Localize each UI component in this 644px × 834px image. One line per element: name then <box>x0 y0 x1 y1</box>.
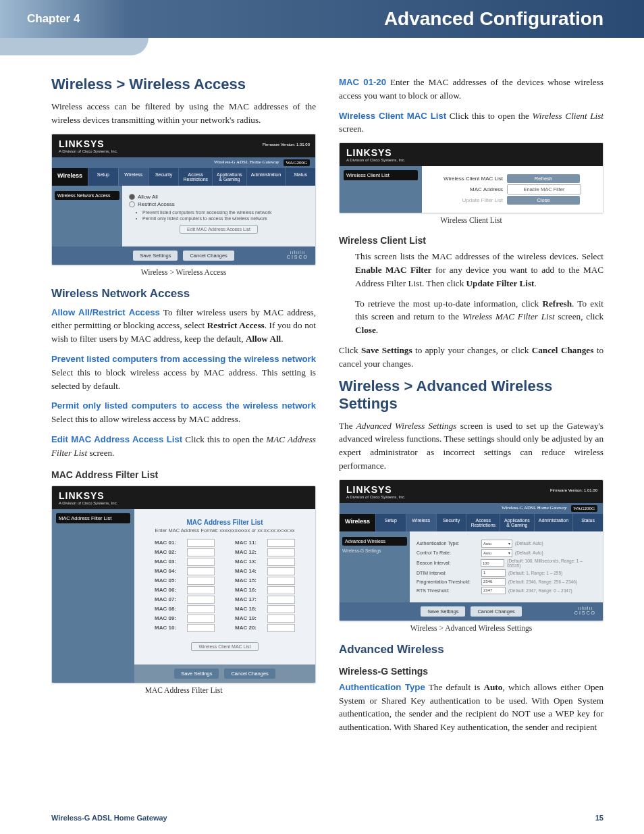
mac-field[interactable]: MAC 19: <box>235 615 295 623</box>
cancel-changes-button[interactable]: Cancel Changes <box>183 251 234 261</box>
save-settings-button[interactable]: Save Settings <box>133 251 178 261</box>
radio-allow-all[interactable]: Allow All <box>129 194 308 200</box>
cancel-changes-button[interactable]: Cancel Changes <box>224 669 275 679</box>
tab-security[interactable]: Security <box>436 514 466 531</box>
subheading-wireless-client-list: Wireless Client List <box>339 235 603 246</box>
text-input[interactable]: 2347 <box>481 587 506 594</box>
mac-field[interactable]: MAC 12: <box>235 548 295 556</box>
linksys-header: LINKSYSA Division of Cisco Systems, Inc. <box>340 143 603 166</box>
setting-row: Beacon Interval:100(Default: 100, Millis… <box>417 558 596 568</box>
para-allow-restrict: Allow All/Restrict Access To filter wire… <box>51 306 316 346</box>
mac-field[interactable]: MAC 17: <box>235 596 295 604</box>
tab-security[interactable]: Security <box>149 168 179 186</box>
para-save-cancel: Click Save Settings to apply your change… <box>339 344 603 371</box>
product-strip: Wireless-G ADSL Home Gateway WAG200G <box>340 503 603 514</box>
tab-wireless[interactable]: Wireless <box>406 514 436 531</box>
tab-wireless[interactable]: Wireless <box>118 168 149 186</box>
page-header: Chapter 4 Advanced Configuration <box>0 0 644 38</box>
mac-field[interactable]: MAC 06: <box>155 586 215 594</box>
mac-field[interactable]: MAC 18: <box>235 605 295 613</box>
subheading-advanced-wireless: Advanced Wireless <box>339 643 603 656</box>
right-column: MAC 01-20 Enter the MAC addresses of the… <box>339 76 603 741</box>
mac-field[interactable]: MAC 03: <box>155 558 215 566</box>
tab-administration[interactable]: Administration <box>534 514 572 531</box>
subheading-mac-filter-list: MAC Address Filter List <box>51 469 316 480</box>
linksys-header: LINKSYSA Division of Cisco Systems, Inc.… <box>340 480 603 503</box>
para-auth-type: Authentication Type The default is Auto,… <box>339 681 603 734</box>
tab-administration[interactable]: Administration <box>246 168 285 186</box>
side-nav-item[interactable]: Advanced Wireless <box>342 537 407 546</box>
section-heading-advanced-wireless: Wireless > Advanced Wireless Settings <box>339 377 603 413</box>
setting-row: DTIM Interval:1(Default: 1, Range: 1 – 2… <box>417 569 596 577</box>
mac-field[interactable]: MAC 15: <box>235 577 295 585</box>
tab-setup[interactable]: Setup <box>375 514 406 531</box>
text-input[interactable]: 100 <box>481 559 505 567</box>
mac-field[interactable]: MAC 10: <box>155 624 215 632</box>
mac-field[interactable]: MAC 16: <box>235 586 295 594</box>
text-input[interactable]: 1 <box>481 569 506 577</box>
para-client-list-1: This screen lists the MAC addresses of t… <box>355 250 603 290</box>
tab-apps-gaming[interactable]: Applications & Gaming <box>212 168 246 186</box>
select-input[interactable]: Auto▾ <box>481 549 512 557</box>
mac-field[interactable]: MAC 20: <box>235 624 295 632</box>
figure-wireless-access: LINKSYSA Division of Cisco Systems, Inc.… <box>51 134 316 265</box>
linksys-header: LINKSYSA Division of Cisco Systems, Inc.… <box>52 134 315 157</box>
wireless-client-mac-list-button[interactable]: Wireless Client MAC List <box>191 642 258 651</box>
text-input[interactable]: 2346 <box>481 578 506 585</box>
chapter-title: Advanced Configuration <box>384 8 603 30</box>
para-client-list-2: To retrieve the most up-to-date informat… <box>355 297 603 337</box>
enable-mac-filter-button[interactable]: Enable MAC Filter <box>507 184 581 194</box>
figure-wireless-client-list: LINKSYSA Division of Cisco Systems, Inc.… <box>339 142 603 213</box>
side-nav-item[interactable]: Wireless Network Access <box>55 191 119 200</box>
para-wireless-client-mac-list: Wireless Client MAC List Click this to o… <box>339 109 603 136</box>
select-input[interactable]: Auto▾ <box>481 540 512 548</box>
mac-field[interactable]: MAC 02: <box>155 548 215 556</box>
main-nav: Wireless Setup Wireless Security Access … <box>52 168 315 186</box>
edit-mac-list-button[interactable]: Edit MAC Address Access List <box>180 225 258 234</box>
mac-field[interactable]: MAC 09: <box>155 615 215 623</box>
mac-field[interactable]: MAC 08: <box>155 605 215 613</box>
nav-section-label: Wireless <box>340 514 375 531</box>
figure-mac-filter-list: LINKSYSA Division of Cisco Systems, Inc.… <box>51 486 316 683</box>
tab-access-restrictions[interactable]: Access Restrictions <box>178 168 212 186</box>
page-number: 15 <box>595 814 603 822</box>
close-button[interactable]: Close <box>507 196 580 205</box>
para-prevent-listed: Prevent listed computers from accessing … <box>51 353 316 392</box>
tab-status[interactable]: Status <box>285 168 315 186</box>
figure-caption: Wireless > Advanced Wireless Settings <box>339 624 603 632</box>
left-column: Wireless > Wireless Access Wireless acce… <box>51 76 316 741</box>
figure-caption: Wireless Client List <box>339 216 603 224</box>
para-mac-01-20: MAC 01-20 Enter the MAC addresses of the… <box>339 76 603 103</box>
mac-field[interactable]: MAC 11: <box>235 539 295 547</box>
cancel-changes-button[interactable]: Cancel Changes <box>471 606 521 617</box>
tab-access-restrictions[interactable]: Access Restrictions <box>466 514 500 531</box>
radio-restrict-access[interactable]: Restrict Access <box>129 201 308 207</box>
save-settings-button[interactable]: Save Settings <box>174 669 219 679</box>
cisco-logo: ıılıılııCISCO <box>574 606 596 615</box>
mac-field[interactable]: MAC 14: <box>235 567 295 575</box>
setting-row: Authentication Type:Auto▾(Default: Auto) <box>417 540 596 548</box>
settings-footer: Save Settings Cancel Changes <box>52 246 315 265</box>
save-settings-button[interactable]: Save Settings <box>421 606 465 617</box>
chapter-label: Chapter 4 <box>27 12 80 26</box>
side-nav-item: MAC Address Filter List <box>56 513 130 523</box>
model-badge: WAG200G <box>571 505 598 512</box>
subheading-network-access: Wireless Network Access <box>51 287 316 301</box>
tab-setup[interactable]: Setup <box>88 168 118 186</box>
mac-field[interactable]: MAC 07: <box>155 596 215 604</box>
tab-status[interactable]: Status <box>572 514 603 531</box>
mac-field[interactable]: MAC 05: <box>155 577 215 585</box>
model-badge: WAG200G <box>284 159 311 166</box>
para-edit-mac-list: Edit MAC Address Access List Click this … <box>51 433 316 460</box>
section-heading-wireless-access: Wireless > Wireless Access <box>51 76 316 93</box>
mac-field[interactable]: MAC 04: <box>155 567 215 575</box>
mac-field[interactable]: MAC 01: <box>155 539 215 547</box>
mac-field[interactable]: MAC 13: <box>235 558 295 566</box>
setting-row: Control Tx Rate:Auto▾(Default: Auto) <box>417 549 596 557</box>
refresh-button[interactable]: Refresh <box>507 174 580 183</box>
tab-apps-gaming[interactable]: Applications & Gaming <box>500 514 534 531</box>
option-prevent-listed: Prevent listed computers from accessing … <box>136 210 308 215</box>
figure-caption: Wireless > Wireless Access <box>51 268 316 276</box>
brand-logo: LINKSYS <box>59 138 105 149</box>
figure-caption: MAC Address Filter List <box>51 686 316 694</box>
